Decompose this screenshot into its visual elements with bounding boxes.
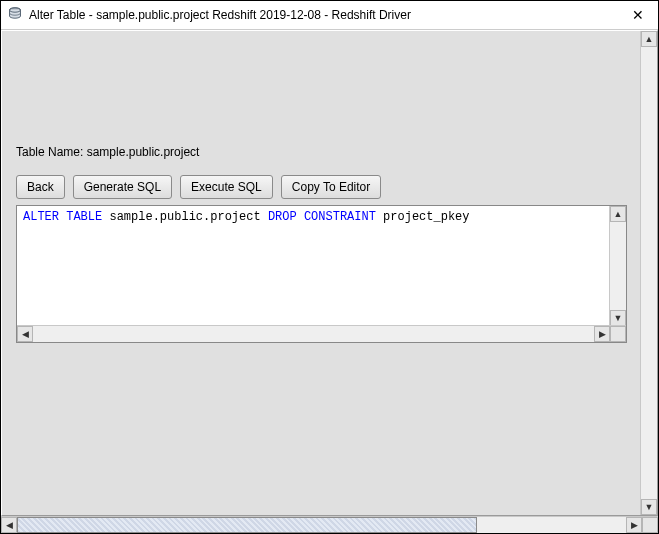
table-name-label: Table Name: sample.public.project bbox=[16, 145, 627, 159]
outer-scroll-area: Table Name: sample.public.project Back G… bbox=[1, 30, 658, 516]
outer-horizontal-scrollbar[interactable]: ◀ ▶ bbox=[1, 516, 658, 533]
sql-editor[interactable]: ALTER TABLE sample.public.project DROP C… bbox=[16, 205, 627, 343]
sql-keyword: CONSTRAINT bbox=[304, 210, 376, 224]
content-panel: Table Name: sample.public.project Back G… bbox=[2, 31, 641, 515]
copy-to-editor-button[interactable]: Copy To Editor bbox=[281, 175, 382, 199]
button-row: Back Generate SQL Execute SQL Copy To Ed… bbox=[16, 175, 627, 199]
sql-ident: sample.public.project bbox=[109, 210, 260, 224]
app-window: Alter Table - sample.public.project Reds… bbox=[0, 0, 659, 534]
scrollbar-corner bbox=[610, 326, 626, 342]
sql-keyword: TABLE bbox=[66, 210, 102, 224]
scroll-right-icon[interactable]: ▶ bbox=[594, 326, 610, 342]
sql-vertical-scrollbar[interactable]: ▲ ▼ bbox=[609, 206, 626, 326]
outer-container: Table Name: sample.public.project Back G… bbox=[1, 30, 658, 533]
window-close-button[interactable]: ✕ bbox=[618, 1, 658, 29]
scroll-down-icon[interactable]: ▼ bbox=[641, 499, 657, 515]
sql-text[interactable]: ALTER TABLE sample.public.project DROP C… bbox=[17, 206, 610, 326]
scroll-up-icon[interactable]: ▲ bbox=[610, 206, 626, 222]
execute-sql-button[interactable]: Execute SQL bbox=[180, 175, 273, 199]
outer-vertical-scrollbar[interactable]: ▲ ▼ bbox=[640, 31, 657, 515]
database-icon bbox=[7, 6, 23, 25]
sql-horizontal-scrollbar[interactable]: ◀ ▶ bbox=[17, 325, 626, 342]
scroll-up-icon[interactable]: ▲ bbox=[641, 31, 657, 47]
scroll-left-icon[interactable]: ◀ bbox=[17, 326, 33, 342]
scroll-right-icon[interactable]: ▶ bbox=[626, 517, 642, 533]
sql-keyword: ALTER bbox=[23, 210, 59, 224]
scrollbar-thumb[interactable] bbox=[17, 517, 477, 533]
scroll-down-icon[interactable]: ▼ bbox=[610, 310, 626, 326]
generate-sql-button[interactable]: Generate SQL bbox=[73, 175, 172, 199]
title-bar: Alter Table - sample.public.project Reds… bbox=[1, 1, 658, 30]
sql-ident: project_pkey bbox=[383, 210, 469, 224]
back-button[interactable]: Back bbox=[16, 175, 65, 199]
sql-keyword: DROP bbox=[268, 210, 297, 224]
scrollbar-corner bbox=[642, 517, 658, 533]
scroll-left-icon[interactable]: ◀ bbox=[1, 517, 17, 533]
window-title: Alter Table - sample.public.project Reds… bbox=[29, 8, 411, 22]
